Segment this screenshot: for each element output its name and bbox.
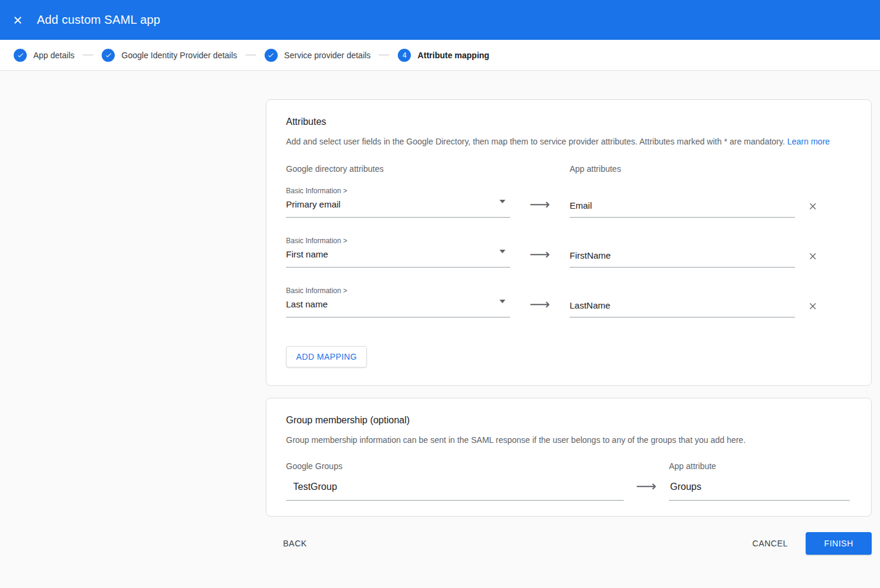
finish-button[interactable]: FINISH: [806, 532, 872, 555]
group-mapping-row: ⟶: [286, 473, 851, 501]
directory-attributes-column-header: Google directory attributes: [286, 164, 510, 174]
directory-attribute-select[interactable]: Basic Information > Primary email: [286, 185, 510, 218]
step-attribute-mapping[interactable]: 4 Attribute mapping: [398, 49, 489, 62]
arrow-right-icon: ⟶: [530, 247, 550, 268]
step-divider: [379, 55, 389, 55]
mapping-row: Basic Information > Primary email ⟶: [286, 185, 851, 218]
remove-mapping-icon[interactable]: [808, 202, 818, 218]
step-check-icon: [14, 49, 27, 62]
directory-attribute-select[interactable]: Basic Information > Last name: [286, 285, 510, 317]
remove-mapping-icon[interactable]: [808, 301, 818, 317]
attributes-description-text: Add and select user fields in the Google…: [286, 137, 785, 146]
step-check-icon: [102, 49, 115, 62]
dropdown-arrow-icon: [499, 200, 505, 203]
attributes-card: Attributes Add and select user fields in…: [266, 99, 872, 386]
attribute-value-label: Last name: [286, 299, 328, 309]
app-attribute-input[interactable]: [570, 248, 795, 268]
arrow-right-icon: ⟶: [530, 297, 550, 317]
attribute-category-label: Basic Information >: [286, 287, 510, 295]
attributes-card-title: Attributes: [286, 117, 851, 127]
google-groups-input[interactable]: [286, 473, 624, 501]
group-card-title: Group membership (optional): [286, 415, 851, 426]
app-attribute-input[interactable]: [570, 298, 795, 317]
step-check-icon: [265, 49, 278, 62]
back-button[interactable]: BACK: [281, 534, 309, 553]
attribute-value-label: Primary email: [286, 199, 341, 209]
stepper: App details Google Identity Provider det…: [0, 40, 880, 71]
group-column-headers: Google Groups App attribute: [286, 461, 851, 471]
attributes-card-description: Add and select user fields in the Google…: [286, 136, 851, 147]
step-service-provider-details[interactable]: Service provider details: [265, 49, 371, 62]
arrow-right-icon: ⟶: [530, 197, 550, 218]
app-header: Add custom SAML app: [0, 0, 880, 40]
group-membership-card: Group membership (optional) Group member…: [266, 398, 872, 517]
app-attribute-column-header: App attribute: [669, 461, 850, 471]
close-icon[interactable]: [7, 10, 29, 31]
app-attributes-column-header: App attributes: [570, 164, 795, 174]
attribute-category-label: Basic Information >: [286, 187, 510, 195]
step-app-details[interactable]: App details: [14, 49, 74, 62]
dropdown-arrow-icon: [499, 250, 505, 253]
mapping-row: Basic Information > Last name ⟶: [286, 285, 851, 317]
step-number-badge: 4: [398, 49, 411, 62]
attribute-value-label: First name: [286, 249, 328, 259]
directory-attribute-select[interactable]: Basic Information > First name: [286, 235, 510, 268]
learn-more-link[interactable]: Learn more: [787, 137, 830, 146]
step-label: Attribute mapping: [417, 51, 489, 60]
attribute-category-label: Basic Information >: [286, 237, 510, 245]
group-card-description: Group membership information can be sent…: [286, 434, 851, 446]
cancel-button[interactable]: CANCEL: [750, 534, 790, 553]
page-title: Add custom SAML app: [37, 13, 161, 27]
add-mapping-button[interactable]: ADD MAPPING: [286, 346, 367, 367]
step-divider: [246, 55, 256, 55]
app-attribute-input[interactable]: [570, 198, 795, 218]
main-content: Attributes Add and select user fields in…: [0, 71, 880, 555]
step-label: Service provider details: [284, 51, 371, 60]
step-divider: [83, 55, 93, 55]
remove-mapping-icon[interactable]: [808, 251, 818, 268]
step-identity-provider-details[interactable]: Google Identity Provider details: [102, 49, 237, 62]
step-label: Google Identity Provider details: [121, 51, 237, 60]
group-app-attribute-input[interactable]: [669, 473, 850, 501]
mapping-column-headers: Google directory attributes App attribut…: [286, 164, 851, 174]
arrow-right-icon: ⟶: [636, 479, 656, 501]
mapping-row: Basic Information > First name ⟶: [286, 235, 851, 268]
dropdown-arrow-icon: [499, 300, 505, 303]
step-label: App details: [33, 51, 74, 60]
footer-actions: BACK CANCEL FINISH: [266, 532, 872, 555]
google-groups-column-header: Google Groups: [286, 461, 624, 471]
